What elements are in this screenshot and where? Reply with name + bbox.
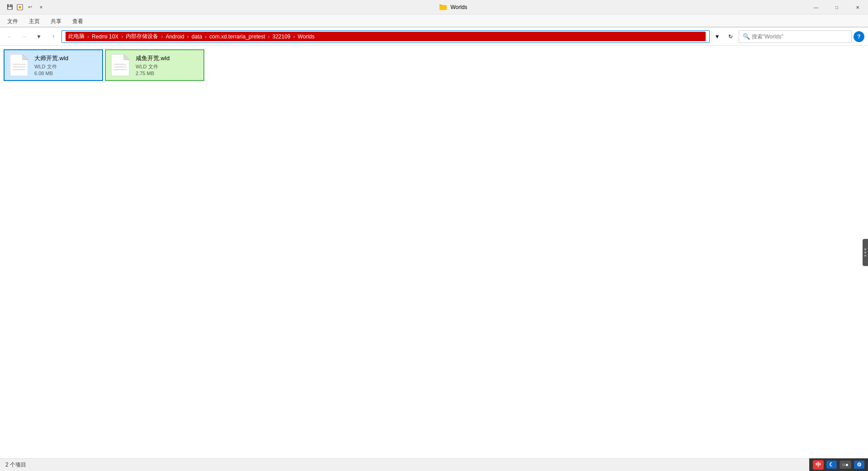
refresh-button[interactable]: ↻ xyxy=(724,30,737,43)
tray-dots-button[interactable]: ○● xyxy=(840,461,852,469)
tab-home[interactable]: 主页 xyxy=(24,16,45,27)
breadcrumb-item-4: data xyxy=(192,33,202,40)
ribbon-tabs: 文件 主页 共享 查看 xyxy=(0,14,868,27)
up-button[interactable]: ↑ xyxy=(47,30,60,43)
file-name-0: 大师开荒.wld xyxy=(34,54,99,62)
undo-quick-icon[interactable]: ↩ xyxy=(25,3,34,12)
quick-access-bar: 💾 ↩ xyxy=(4,3,36,12)
tray-gear-button[interactable]: ⚙ xyxy=(854,461,864,469)
panel-dot-1 xyxy=(864,248,866,250)
tab-view[interactable]: 查看 xyxy=(67,16,89,27)
tab-share[interactable]: 共享 xyxy=(45,16,67,27)
file-info-1: 咸鱼开荒.wld WLD 文件 2.75 MB xyxy=(136,54,200,76)
breadcrumb-item-3: Android xyxy=(165,33,184,40)
file-area: 大师开荒.wld WLD 文件 6.08 MB 咸鱼开荒.wld WLD 文件 … xyxy=(0,46,868,459)
title-text: Worlds xyxy=(450,4,467,10)
wld-file-icon-1 xyxy=(111,54,129,76)
address-bar[interactable]: 此电脑 › Redmi 10X › 内部存储设备 › Android › dat… xyxy=(61,30,710,43)
address-bar-highlight: 此电脑 › Redmi 10X › 内部存储设备 › Android › dat… xyxy=(66,32,706,41)
status-count: 2 个项目 xyxy=(5,461,26,469)
file-icon-wrapper-1 xyxy=(109,54,131,76)
title-folder-icon xyxy=(439,4,447,10)
tray-moon-button[interactable]: ☾ xyxy=(826,461,837,469)
file-info-0: 大师开荒.wld WLD 文件 6.08 MB xyxy=(34,54,99,76)
wld-file-icon-0 xyxy=(10,54,28,76)
panel-dot-3 xyxy=(864,255,866,257)
tab-file[interactable]: 文件 xyxy=(2,16,24,27)
panel-dot-2 xyxy=(864,252,866,253)
maximize-button[interactable]: □ xyxy=(826,0,847,14)
close-button[interactable]: ✕ xyxy=(847,0,868,14)
file-type-1: WLD 文件 xyxy=(136,63,200,70)
help-button[interactable]: ? xyxy=(854,31,864,42)
svg-point-1 xyxy=(19,6,21,9)
file-item-1[interactable]: 咸鱼开荒.wld WLD 文件 2.75 MB xyxy=(105,49,204,81)
search-input[interactable] xyxy=(752,33,848,40)
svg-marker-3 xyxy=(23,54,28,60)
breadcrumb-item-7: Worlds xyxy=(298,33,315,40)
ribbon: 文件 主页 共享 查看 xyxy=(0,14,868,28)
title-bar: 💾 ↩ ▾ Worlds — □ ✕ xyxy=(0,0,868,14)
forward-button[interactable]: → xyxy=(18,30,31,43)
back-button[interactable]: ← xyxy=(4,30,16,43)
breadcrumb-item-2: 内部存储设备 xyxy=(126,33,158,40)
breadcrumb-item-1: Redmi 10X xyxy=(92,33,118,40)
breadcrumb-item-5: com.xd.terraria_pretest xyxy=(209,33,265,40)
save-quick-icon[interactable]: 💾 xyxy=(5,3,14,12)
status-bar: 2 个项目 ≡ ⊞ xyxy=(0,458,868,471)
nav-bar: ← → ▼ ↑ 此电脑 › Redmi 10X › 内部存储设备 › Andro… xyxy=(0,28,868,46)
svg-marker-8 xyxy=(124,54,129,60)
properties-quick-icon[interactable] xyxy=(15,3,24,12)
file-size-0: 6.08 MB xyxy=(34,71,99,76)
system-tray: 中 ☾ ○● ⚙ xyxy=(809,458,868,471)
file-icon-wrapper-0 xyxy=(8,54,30,76)
main-content: 大师开荒.wld WLD 文件 6.08 MB 咸鱼开荒.wld WLD 文件 … xyxy=(0,46,868,459)
file-name-1: 咸鱼开荒.wld xyxy=(136,54,200,62)
right-panel[interactable] xyxy=(863,239,868,266)
search-icon: 🔍 xyxy=(743,33,750,40)
file-type-0: WLD 文件 xyxy=(34,63,99,70)
breadcrumb-item-0: 此电脑 xyxy=(68,33,85,40)
file-item-0[interactable]: 大师开荒.wld WLD 文件 6.08 MB xyxy=(4,49,103,81)
file-size-1: 2.75 MB xyxy=(136,71,200,76)
address-dropdown-button[interactable]: ▼ xyxy=(712,30,722,43)
tray-zh-button[interactable]: 中 xyxy=(813,460,824,470)
title-controls: — □ ✕ xyxy=(806,0,868,14)
search-bar: 🔍 xyxy=(739,30,852,43)
minimize-button[interactable]: — xyxy=(806,0,826,14)
breadcrumb-item-6: 322109 xyxy=(273,33,291,40)
recent-button[interactable]: ▼ xyxy=(33,30,45,43)
title-bar-icons: 💾 ↩ ▾ xyxy=(4,3,42,12)
